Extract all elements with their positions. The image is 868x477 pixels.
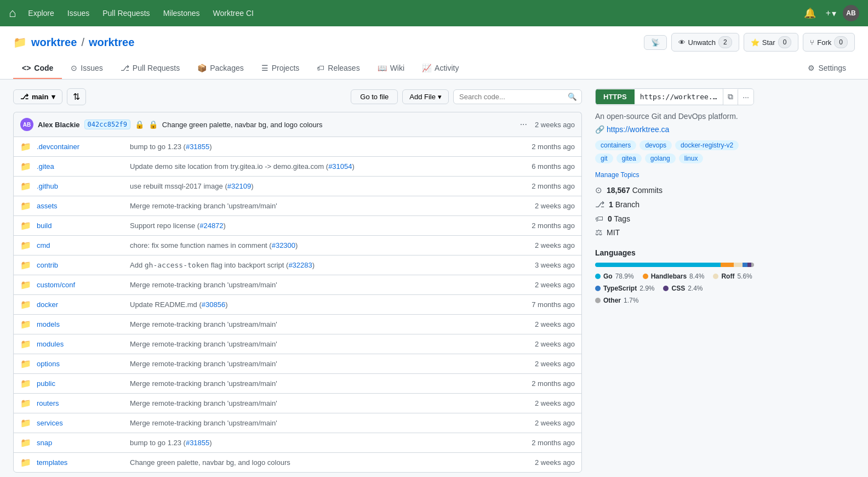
commit-more-button[interactable]: ···	[517, 118, 530, 130]
clone-url-input[interactable]	[635, 89, 723, 104]
file-name[interactable]: public	[37, 379, 124, 388]
lang-name[interactable]: Go	[603, 272, 613, 280]
tags-count[interactable]: 0	[608, 214, 612, 223]
lang-name[interactable]: TypeScript	[603, 285, 637, 292]
file-name[interactable]: cmd	[37, 241, 124, 249]
file-name[interactable]: templates	[37, 458, 124, 467]
commits-count[interactable]: 18,567	[607, 186, 630, 195]
commit-link[interactable]: #31855	[186, 143, 209, 151]
lang-name[interactable]: Roff	[721, 272, 734, 280]
topic-badge[interactable]: devops	[639, 140, 672, 150]
unwatch-button[interactable]: 👁 Unwatch 2	[671, 33, 739, 52]
lang-pct: 8.4%	[689, 272, 704, 280]
commit-link[interactable]: #31855	[186, 439, 209, 447]
star-button[interactable]: ⭐ Star 0	[744, 33, 799, 52]
lang-name[interactable]: CSS	[671, 285, 685, 292]
branch-count[interactable]: 1	[609, 200, 613, 209]
clone-more-button[interactable]: ···	[738, 89, 753, 105]
lang-name[interactable]: Other	[603, 297, 621, 304]
branches-stat: ⎇ 1 Branch	[595, 200, 754, 209]
file-time: 2 weeks ago	[509, 241, 575, 249]
commit-link[interactable]: #32283	[288, 261, 312, 269]
nav-pull-requests[interactable]: Pull Requests	[97, 5, 155, 21]
language-bar	[595, 263, 754, 267]
license-label[interactable]: MIT	[607, 228, 620, 237]
file-name[interactable]: .gitea	[37, 162, 124, 171]
file-name[interactable]: modules	[37, 340, 124, 348]
settings-tab-label: Settings	[818, 64, 846, 72]
tab-releases[interactable]: 🏷 Releases	[308, 58, 368, 79]
nav-explore[interactable]: Explore	[22, 5, 59, 21]
notifications-button[interactable]: 🔔	[801, 4, 819, 22]
folder-icon: 📁	[20, 299, 31, 310]
topic-badge[interactable]: linux	[679, 154, 704, 163]
commit-author-name[interactable]: Alex Blackie	[38, 121, 80, 129]
file-name[interactable]: services	[37, 419, 124, 427]
goto-file-button[interactable]: Go to file	[351, 89, 398, 104]
repo-website-link[interactable]: 🔗 https://worktree.ca	[595, 125, 754, 134]
branch-selector[interactable]: ⎇ main ▾	[13, 89, 62, 104]
file-commit-message: Change green palette, navbar bg, and log…	[130, 458, 504, 467]
topic-badge[interactable]: gitea	[616, 154, 642, 163]
add-file-button[interactable]: Add File ▾	[402, 89, 449, 104]
commit-link[interactable]: #32109	[227, 182, 251, 190]
fork-button[interactable]: ⑂ Fork 0	[803, 33, 855, 52]
https-tab-button[interactable]: HTTPS	[596, 89, 635, 104]
tab-projects[interactable]: ☰ Projects	[253, 58, 309, 79]
topic-badge[interactable]: containers	[595, 140, 636, 150]
tab-settings[interactable]: ⚙ Settings	[799, 58, 855, 79]
topic-badge[interactable]: git	[595, 154, 613, 163]
lang-pct: 5.6%	[737, 272, 752, 280]
file-name[interactable]: routers	[37, 399, 124, 407]
nav-issues[interactable]: Issues	[62, 5, 95, 21]
file-name[interactable]: docker	[37, 300, 124, 309]
nav-worktree-ci[interactable]: Worktree CI	[208, 5, 259, 21]
file-name[interactable]: .devcontainer	[37, 143, 124, 151]
releases-tab-icon: 🏷	[317, 64, 324, 72]
pr-tab-label: Pull Requests	[133, 64, 180, 72]
search-code-button[interactable]: 🔍	[563, 90, 581, 104]
commit-hash[interactable]: 042cc852f9	[84, 120, 130, 129]
file-name[interactable]: contrib	[37, 261, 124, 269]
compare-button[interactable]: ⇅	[67, 88, 86, 105]
topic-badge[interactable]: golang	[645, 154, 676, 163]
file-time: 2 weeks ago	[509, 281, 575, 289]
commit-author-avatar: AB	[20, 118, 33, 131]
tab-pull-requests[interactable]: ⎇ Pull Requests	[112, 58, 189, 79]
tab-activity[interactable]: 📈 Activity	[413, 58, 467, 79]
commit-link[interactable]: #31054	[328, 162, 352, 171]
tab-packages[interactable]: 📦 Packages	[189, 58, 252, 79]
nav-milestones[interactable]: Milestones	[158, 5, 205, 21]
repo-name-link[interactable]: worktree	[89, 36, 134, 49]
table-row: 📁routersMerge remote-tracking branch 'up…	[14, 394, 581, 413]
file-name[interactable]: custom/conf	[37, 281, 124, 289]
navbar: ⌂ Explore Issues Pull Requests Milestone…	[0, 0, 868, 26]
commit-link[interactable]: #30856	[202, 300, 225, 309]
file-name[interactable]: snap	[37, 439, 124, 447]
file-name[interactable]: assets	[37, 202, 124, 210]
file-name[interactable]: models	[37, 320, 124, 328]
tab-code[interactable]: <> Code	[13, 58, 62, 79]
commit-link[interactable]: #32300	[272, 241, 295, 249]
commit-link[interactable]: #24872	[199, 222, 223, 230]
file-name[interactable]: build	[37, 222, 124, 230]
code-tab-icon: <>	[22, 64, 31, 72]
lang-name[interactable]: Handlebars	[651, 272, 687, 280]
site-logo[interactable]: ⌂	[9, 6, 16, 20]
user-avatar[interactable]: AB	[843, 5, 859, 21]
tags-label: Tags	[614, 214, 630, 223]
search-code-input[interactable]	[454, 90, 563, 104]
topic-badge[interactable]: docker-registry-v2	[675, 140, 739, 150]
create-new-button[interactable]: + ▾	[821, 5, 841, 22]
tab-wiki[interactable]: 📖 Wiki	[369, 58, 413, 79]
table-row: 📁publicMerge remote-tracking branch 'ups…	[14, 374, 581, 394]
rss-button[interactable]: 📡	[644, 35, 667, 50]
tab-issues[interactable]: ⊙ Issues	[62, 58, 111, 79]
repo-owner-link[interactable]: worktree	[31, 36, 77, 49]
file-name[interactable]: .github	[37, 182, 124, 190]
file-name[interactable]: options	[37, 360, 124, 368]
lang-item: CSS2.4%	[663, 285, 703, 292]
copy-url-button[interactable]: ⧉	[723, 89, 738, 105]
commit-banner: AB Alex Blackie 042cc852f9 🔒 🔒 Change gr…	[13, 112, 582, 137]
manage-topics-link[interactable]: Manage Topics	[595, 171, 639, 179]
